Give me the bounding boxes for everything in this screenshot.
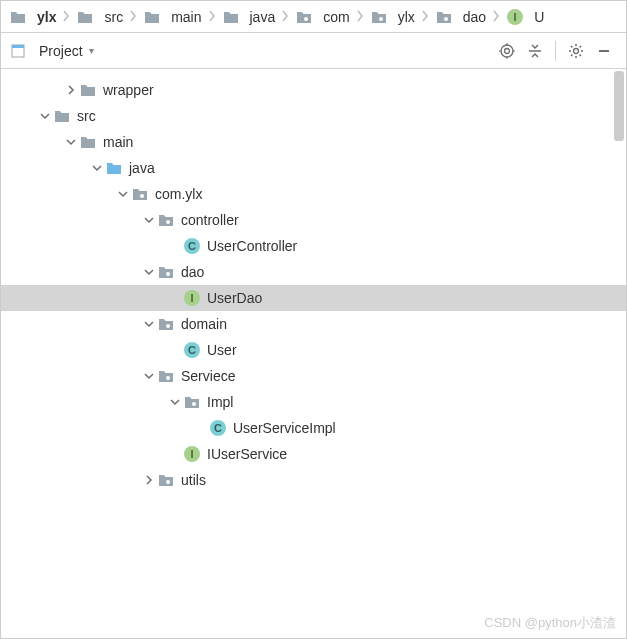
breadcrumb-item[interactable]: IU	[502, 8, 548, 26]
tree-row[interactable]: src	[1, 103, 626, 129]
tree-row[interactable]: IIUserService	[1, 441, 626, 467]
folder-gray-icon	[53, 107, 71, 125]
tree-arrow[interactable]	[141, 371, 157, 381]
tree-label: IUserService	[207, 446, 287, 462]
breadcrumb[interactable]: ylxsrcmainjavacomylxdaoIU	[1, 1, 626, 33]
gear-icon[interactable]	[566, 41, 586, 61]
svg-point-2	[444, 17, 448, 21]
pkg-icon	[295, 8, 313, 26]
svg-point-6	[505, 48, 510, 53]
scrollbar[interactable]	[614, 71, 624, 141]
svg-point-20	[166, 480, 170, 484]
breadcrumb-label: ylx	[37, 9, 56, 25]
svg-point-12	[574, 48, 579, 53]
pkg-icon	[157, 263, 175, 281]
pkg-icon	[157, 471, 175, 489]
class-i-icon: I	[183, 445, 201, 463]
tree-arrow[interactable]	[141, 319, 157, 329]
tree-arrow[interactable]	[141, 215, 157, 225]
svg-rect-4	[12, 45, 24, 48]
project-toolbar: Project ▾	[1, 33, 626, 69]
tree-arrow[interactable]	[37, 111, 53, 121]
tree-label: wrapper	[103, 82, 154, 98]
pkg-icon	[157, 315, 175, 333]
tree-label: java	[129, 160, 155, 176]
folder-icon	[222, 8, 240, 26]
tree-label: UserServiceImpl	[233, 420, 336, 436]
svg-point-14	[140, 194, 144, 198]
tree-arrow[interactable]	[63, 85, 79, 95]
tree-arrow[interactable]	[141, 475, 157, 485]
tree-row[interactable]: utils	[1, 467, 626, 493]
tree-row[interactable]: Serviece	[1, 363, 626, 389]
breadcrumb-item[interactable]: com	[291, 8, 353, 26]
class-c-icon: C	[209, 419, 227, 437]
tree-row[interactable]: IUserDao	[1, 285, 626, 311]
svg-point-0	[304, 17, 308, 21]
tree-label: Serviece	[181, 368, 235, 384]
tree-label: UserDao	[207, 290, 262, 306]
tree-row[interactable]: java	[1, 155, 626, 181]
project-icon	[9, 42, 27, 60]
breadcrumb-label: ylx	[398, 9, 415, 25]
class-c-icon: C	[183, 237, 201, 255]
tree-label: UserController	[207, 238, 297, 254]
tree-row[interactable]: main	[1, 129, 626, 155]
folder-gray-icon	[79, 81, 97, 99]
tree-label: dao	[181, 264, 204, 280]
tree-row[interactable]: Impl	[1, 389, 626, 415]
tree-arrow[interactable]	[167, 397, 183, 407]
breadcrumb-label: main	[171, 9, 201, 25]
breadcrumb-item[interactable]: dao	[431, 8, 490, 26]
breadcrumb-item[interactable]: ylx	[5, 8, 60, 26]
tree-row[interactable]: CUserController	[1, 233, 626, 259]
tree-row[interactable]: controller	[1, 207, 626, 233]
project-tree[interactable]: wrappersrcmainjavacom.ylxcontrollerCUser…	[1, 69, 626, 501]
tree-row[interactable]: com.ylx	[1, 181, 626, 207]
breadcrumb-sep	[127, 9, 139, 25]
tree-row[interactable]: dao	[1, 259, 626, 285]
tree-row[interactable]: domain	[1, 311, 626, 337]
tree-arrow[interactable]	[115, 189, 131, 199]
class-c-icon: C	[183, 341, 201, 359]
tree-row[interactable]: CUser	[1, 337, 626, 363]
breadcrumb-item[interactable]: main	[139, 8, 205, 26]
tree-label: src	[77, 108, 96, 124]
svg-point-15	[166, 220, 170, 224]
pkg-icon	[131, 185, 149, 203]
folder-gray-icon	[79, 133, 97, 151]
tree-label: Impl	[207, 394, 233, 410]
svg-point-1	[379, 17, 383, 21]
breadcrumb-item[interactable]: ylx	[366, 8, 419, 26]
tree-label: com.ylx	[155, 186, 202, 202]
watermark: CSDN @python小渣渣	[484, 614, 616, 632]
tree-label: main	[103, 134, 133, 150]
breadcrumb-sep	[490, 9, 502, 25]
pkg-icon	[157, 211, 175, 229]
breadcrumb-item[interactable]: java	[218, 8, 280, 26]
target-icon[interactable]	[497, 41, 517, 61]
svg-point-17	[166, 324, 170, 328]
tree-arrow[interactable]	[63, 137, 79, 147]
project-label: Project	[39, 43, 83, 59]
tree-arrow[interactable]	[89, 163, 105, 173]
tree-row[interactable]: wrapper	[1, 77, 626, 103]
folder-blue-icon	[105, 159, 123, 177]
breadcrumb-label: src	[104, 9, 123, 25]
pkg-icon	[157, 367, 175, 385]
divider	[555, 41, 556, 61]
project-dropdown[interactable]: Project ▾	[9, 42, 94, 60]
tree-arrow[interactable]	[141, 267, 157, 277]
tree-label: utils	[181, 472, 206, 488]
pkg-icon	[183, 393, 201, 411]
svg-point-18	[166, 376, 170, 380]
minimize-icon[interactable]	[594, 41, 614, 61]
tree-label: User	[207, 342, 237, 358]
svg-point-19	[192, 402, 196, 406]
tree-label: controller	[181, 212, 239, 228]
breadcrumb-item[interactable]: src	[72, 8, 127, 26]
breadcrumb-sep	[419, 9, 431, 25]
collapse-icon[interactable]	[525, 41, 545, 61]
tree-row[interactable]: CUserServiceImpl	[1, 415, 626, 441]
class-i-icon: I	[183, 289, 201, 307]
